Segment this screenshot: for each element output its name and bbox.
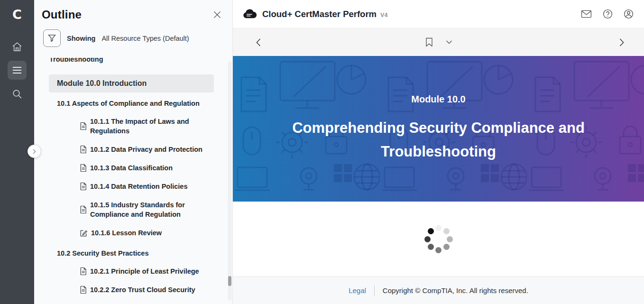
outline-item-10-1-5[interactable]: 10.1.5 Industry Standards for Compliance… xyxy=(49,200,227,219)
outline-item-10-1-3[interactable]: 10.1.3 Data Classification xyxy=(49,163,227,173)
outline-item-10-1-1[interactable]: 10.1.1 The Impact of Laws and Regulation… xyxy=(49,117,227,136)
chevron-left-icon xyxy=(256,38,261,46)
document-icon xyxy=(80,286,87,294)
showing-label: Showing xyxy=(67,35,95,42)
lesson-review-pencil-icon xyxy=(80,229,88,237)
outline-scrollbar-track[interactable] xyxy=(228,62,231,300)
lesson-toolbar xyxy=(233,28,644,56)
outline-item-module-introduction[interactable]: Module 10.0 Introduction xyxy=(49,74,214,92)
hero-module-label: Module 10.0 xyxy=(411,94,465,105)
hero-module-title: Comprehending Security Compliance and Tr… xyxy=(265,116,612,164)
legal-link[interactable]: Legal xyxy=(349,286,366,295)
document-icon xyxy=(80,267,87,276)
account-button[interactable] xyxy=(624,9,634,19)
help-button[interactable] xyxy=(603,9,613,19)
hero-banner: Module 10.0 Comprehending Security Compl… xyxy=(233,56,644,202)
outline-item-clipped[interactable]: Troubleshooting xyxy=(49,58,227,64)
document-icon xyxy=(80,164,87,172)
next-page-button[interactable] xyxy=(619,38,624,46)
outline-scrollbar-thumb[interactable] xyxy=(228,276,231,286)
user-avatar-icon xyxy=(624,9,634,19)
help-question-icon xyxy=(603,9,613,19)
loading-spinner-icon xyxy=(424,225,453,253)
outline-item-10-2-2[interactable]: 10.2.2 Zero Trust Cloud Security xyxy=(49,285,227,295)
app-root: C xyxy=(0,0,644,304)
copyright-text: Copyright © CompTIA, Inc. All rights res… xyxy=(383,286,528,295)
messages-button[interactable] xyxy=(581,10,592,18)
document-icon xyxy=(80,182,87,191)
bookmark-icon xyxy=(425,37,433,47)
chevron-right-icon xyxy=(619,38,624,46)
filter-button[interactable] xyxy=(43,29,61,47)
filter-funnel-icon xyxy=(47,34,56,43)
outline-list: Troubleshooting Module 10.0 Introduction… xyxy=(34,58,227,304)
resource-type-filter-value[interactable]: All Resource Types (Default) xyxy=(101,35,189,42)
outline-item-10-2-1[interactable]: 10.2.1 Principle of Least Privilege xyxy=(49,267,227,276)
close-outline-button[interactable] xyxy=(213,11,221,18)
outline-item-10-1-6[interactable]: 10.1.6 Lesson Review xyxy=(49,228,227,238)
home-icon xyxy=(12,42,22,52)
outline-item-10-1-2[interactable]: 10.1.2 Data Privacy and Protection xyxy=(49,145,227,154)
home-button[interactable] xyxy=(8,37,27,56)
panel-toggle-button[interactable] xyxy=(28,145,41,158)
content-loading-area xyxy=(233,202,644,276)
chevron-down-icon xyxy=(446,40,452,44)
document-icon xyxy=(80,205,87,214)
menu-icon xyxy=(12,66,22,74)
search-button[interactable] xyxy=(8,84,27,103)
mail-icon xyxy=(581,10,592,18)
search-icon xyxy=(12,89,22,99)
document-icon xyxy=(80,122,87,130)
app-version-badge: V4 xyxy=(380,10,387,18)
cloud-product-icon xyxy=(242,9,257,19)
outline-section-10-2[interactable]: 10.2 Security Best Practices xyxy=(49,249,227,258)
bookmark-menu-button[interactable] xyxy=(446,40,452,44)
footer-divider xyxy=(374,286,375,296)
outline-section-10-1[interactable]: 10.1 Aspects of Compliance and Regulatio… xyxy=(49,99,227,108)
comptia-logo: C xyxy=(12,5,22,24)
app-title: Cloud+ CertMaster Perform xyxy=(262,9,377,19)
outline-panel-title: Outline xyxy=(42,8,82,21)
outline-panel: Outline Showing All Resource Types (Defa… xyxy=(34,0,232,304)
outline-menu-button[interactable] xyxy=(8,61,27,80)
document-icon xyxy=(80,145,87,154)
bookmark-button[interactable] xyxy=(425,37,433,47)
page-footer: Legal Copyright © CompTIA, Inc. All righ… xyxy=(233,276,644,304)
app-header: Cloud+ CertMaster Perform V4 xyxy=(233,0,644,28)
outline-item-10-1-4[interactable]: 10.1.4 Data Retention Policies xyxy=(49,182,227,191)
previous-page-button[interactable] xyxy=(256,38,261,46)
chevron-right-icon xyxy=(33,149,36,154)
main-pane: Cloud+ CertMaster Perform V4 xyxy=(232,0,644,304)
